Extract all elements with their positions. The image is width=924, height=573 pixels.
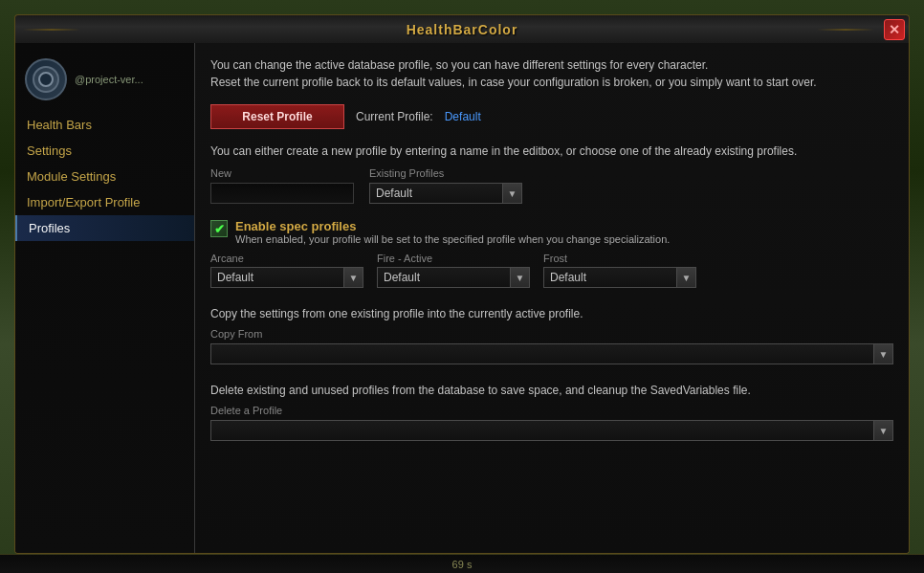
intro-line1: You can change the active database profi… — [210, 56, 893, 74]
avatar-section: @project-ver... — [15, 51, 194, 112]
avatar-text: @project-ver... — [75, 74, 143, 85]
sidebar-item-health-bars[interactable]: Health Bars — [15, 112, 194, 138]
sidebar: @project-ver... Health Bars Settings Mod… — [15, 43, 195, 553]
enable-spec-desc: When enabled, your profile will be set t… — [235, 233, 670, 245]
sidebar-item-module-settings[interactable]: Module Settings — [15, 164, 194, 189]
existing-profiles-group: Existing Profiles Default ▼ — [369, 167, 522, 204]
new-profile-group: New — [210, 167, 354, 204]
bottom-bar-text: 69 s — [452, 559, 473, 570]
frost-value: Default — [544, 271, 676, 284]
fire-spec-group: Fire - Active Default ▼ — [377, 253, 530, 288]
checkbox-check-icon: ✔ — [214, 222, 225, 236]
current-profile-label: Current Profile: — [356, 110, 433, 123]
current-profile-value: Default — [445, 110, 481, 123]
existing-profiles-arrow[interactable]: ▼ — [502, 184, 521, 203]
avatar-inner — [33, 66, 59, 93]
sidebar-item-import-export[interactable]: Import/Export Profile — [15, 189, 194, 215]
copy-from-arrow-icon[interactable]: ▼ — [873, 344, 892, 364]
existing-profiles-label: Existing Profiles — [369, 167, 522, 179]
arcane-dropdown[interactable]: Default ▼ — [210, 267, 363, 288]
frost-label: Frost — [543, 253, 696, 264]
arcane-label: Arcane — [210, 253, 363, 264]
delete-desc: Delete existing and unused profiles from… — [210, 384, 893, 397]
delete-profile-arrow-icon[interactable]: ▼ — [873, 421, 892, 440]
enable-spec-checkbox[interactable]: ✔ — [210, 220, 228, 237]
window-title: HealthBarColor — [407, 22, 518, 37]
enable-spec-title: Enable spec profiles — [235, 219, 670, 233]
content-area: You can change the active database profi… — [195, 43, 909, 553]
title-bar: HealthBarColor ✕ — [14, 14, 910, 43]
frost-arrow-icon[interactable]: ▼ — [676, 268, 695, 287]
delete-section: Delete existing and unused profiles from… — [210, 384, 893, 441]
existing-profiles-value: Default — [370, 187, 502, 200]
new-profile-desc: You can either create a new profile by e… — [210, 144, 893, 158]
bottom-bar: 69 s — [0, 554, 924, 573]
fire-arrow-icon[interactable]: ▼ — [510, 268, 529, 287]
arcane-spec-group: Arcane Default ▼ — [210, 253, 363, 288]
copy-section: Copy the settings from one existing prof… — [210, 307, 893, 364]
delete-profile-label: Delete a Profile — [210, 405, 893, 416]
copy-from-label: Copy From — [210, 328, 893, 340]
frost-dropdown[interactable]: Default ▼ — [543, 267, 696, 288]
intro-text: You can change the active database profi… — [210, 56, 893, 91]
existing-profiles-dropdown[interactable]: Default ▼ — [369, 183, 522, 204]
new-profile-input[interactable] — [210, 183, 354, 204]
close-button[interactable]: ✕ — [884, 19, 905, 40]
arcane-arrow-icon[interactable]: ▼ — [343, 268, 363, 287]
profile-fields-row: New Existing Profiles Default ▼ — [210, 167, 893, 204]
enable-spec-text: Enable spec profiles When enabled, your … — [235, 219, 670, 245]
reset-profile-button[interactable]: Reset Profile — [210, 104, 344, 129]
copy-from-dropdown[interactable]: ▼ — [210, 343, 893, 364]
delete-profile-dropdown[interactable]: ▼ — [210, 420, 893, 441]
frost-spec-group: Frost Default ▼ — [543, 253, 696, 288]
avatar — [25, 58, 67, 100]
window-body: @project-ver... Health Bars Settings Mod… — [14, 43, 910, 554]
new-label: New — [210, 167, 354, 179]
sidebar-item-settings[interactable]: Settings — [15, 138, 194, 164]
spec-dropdowns-row: Arcane Default ▼ Fire - Active Default ▼… — [210, 253, 893, 288]
fire-dropdown[interactable]: Default ▼ — [377, 267, 530, 288]
sidebar-item-profiles[interactable]: Profiles — [15, 215, 194, 241]
fire-value: Default — [378, 271, 510, 284]
reset-section: Reset Profile Current Profile: Default — [210, 104, 893, 129]
fire-label: Fire - Active — [377, 253, 530, 264]
intro-line2: Reset the current profile back to its de… — [210, 74, 893, 91]
copy-desc: Copy the settings from one existing prof… — [210, 307, 893, 320]
enable-spec-row: ✔ Enable spec profiles When enabled, you… — [210, 219, 893, 245]
arcane-value: Default — [211, 271, 343, 284]
